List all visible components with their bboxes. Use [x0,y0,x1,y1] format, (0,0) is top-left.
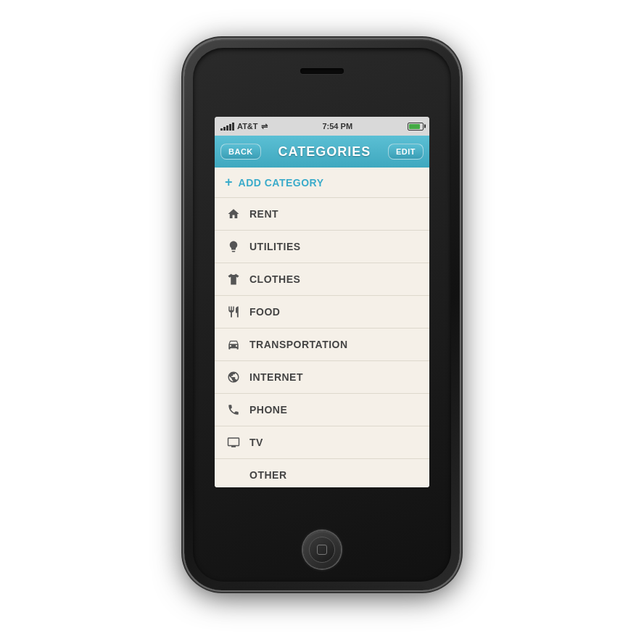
list-item[interactable]: CLOTHES [215,263,429,296]
list-item[interactable]: INTERNET [215,361,429,394]
house-icon [225,205,242,223]
category-label: PHONE [249,404,287,416]
status-right [408,123,424,131]
status-bar: AT&T ⇌ 7:54 PM [215,117,429,136]
back-button[interactable]: BACK [220,144,261,160]
add-category-row[interactable]: + ADD CATEGORY [215,168,429,198]
wifi-icon: ⇌ [261,122,268,131]
edit-button[interactable]: EDIT [388,144,424,160]
list-item[interactable]: UTILITIES [215,231,429,263]
status-time: 7:54 PM [322,122,352,131]
category-list: + ADD CATEGORY RENT [215,168,429,487]
phone-body: AT&T ⇌ 7:54 PM BACK CATEGORIES EDIT [184,39,460,590]
home-button-inner [309,537,335,563]
phone-icon [225,401,242,418]
list-item[interactable]: FOOD [215,296,429,329]
tv-icon [225,434,242,451]
list-item[interactable]: TRANSPORTATION [215,329,429,361]
category-label: UTILITIES [249,241,301,252]
add-icon: + [225,175,233,190]
category-label: RENT [249,208,278,220]
home-button[interactable] [303,531,341,569]
page-title: CATEGORIES [278,144,371,160]
home-square-icon [317,545,327,555]
battery-icon [408,123,424,131]
globe-icon [225,368,242,386]
category-label: INTERNET [249,371,303,383]
fork-icon [225,303,242,321]
category-label: OTHER [249,469,287,481]
phone-screen: AT&T ⇌ 7:54 PM BACK CATEGORIES EDIT [215,117,429,487]
list-item[interactable]: RENT [215,198,429,231]
list-item[interactable]: TV [215,426,429,459]
phone-reflection [218,582,426,590]
status-left: AT&T ⇌ [220,122,268,131]
carrier-label: AT&T [237,122,258,131]
car-icon [225,336,242,353]
category-label: CLOTHES [249,273,300,285]
phone-device: AT&T ⇌ 7:54 PM BACK CATEGORIES EDIT [184,39,460,590]
other-icon [225,466,242,484]
add-category-label: ADD CATEGORY [239,177,324,189]
category-label: TRANSPORTATION [249,339,348,350]
speaker-slot [300,68,344,74]
list-item[interactable]: PHONE [215,394,429,426]
shirt-icon [225,271,242,288]
category-label: TV [249,437,263,448]
category-label: FOOD [249,306,280,318]
phone-inner-body: AT&T ⇌ 7:54 PM BACK CATEGORIES EDIT [193,48,451,582]
navigation-bar: BACK CATEGORIES EDIT [215,136,429,168]
list-item[interactable]: OTHER [215,459,429,487]
signal-bars [220,122,234,131]
bulb-icon [225,238,242,255]
battery-fill [409,124,420,129]
